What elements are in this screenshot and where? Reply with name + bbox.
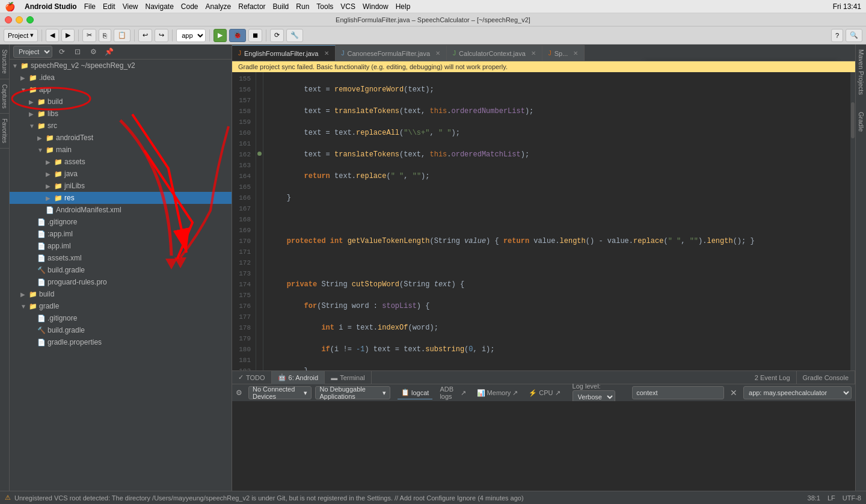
- device-selector[interactable]: No Connected Devices ▾: [248, 386, 312, 399]
- pin-icon[interactable]: 📌: [103, 46, 115, 58]
- log-content[interactable]: [232, 401, 855, 491]
- tree-item-gitignore-root[interactable]: 📄 .gitignore: [10, 312, 232, 324]
- maximize-button[interactable]: [26, 16, 34, 23]
- project-selector-btn[interactable]: Project ▾: [4, 29, 38, 42]
- tab-close-icon2[interactable]: ✕: [435, 50, 440, 57]
- tree-item-gitignore-app[interactable]: 📄 .gitignore: [10, 216, 232, 228]
- menu-vcs[interactable]: VCS: [340, 2, 355, 11]
- debug-button[interactable]: 🐞: [229, 29, 246, 42]
- menu-edit[interactable]: Edit: [103, 2, 115, 11]
- tree-item-res[interactable]: ▶ 📁 res: [10, 192, 232, 204]
- scrollbar-thumb[interactable]: [851, 102, 855, 138]
- code-content[interactable]: text = removeIgnoreWord(text); text = tr…: [263, 72, 850, 370]
- settings-icon-2[interactable]: ⚙: [236, 389, 242, 397]
- sync-btn[interactable]: ⟳: [270, 29, 284, 42]
- tree-item-build-root[interactable]: ▶ 📁 build: [10, 288, 232, 300]
- logcat-tab[interactable]: 📋 logcat: [398, 386, 432, 399]
- clear-filter-icon[interactable]: ✕: [730, 388, 737, 398]
- close-button[interactable]: [5, 16, 12, 23]
- log-icons: ⚙: [236, 389, 242, 397]
- scrollbar-v[interactable]: [850, 72, 855, 370]
- redo-btn[interactable]: ↪: [155, 29, 168, 42]
- tree-item-assets[interactable]: ▶ 📁 assets: [10, 156, 232, 168]
- java-file-icon2: J: [342, 50, 345, 57]
- forward-btn[interactable]: ▶: [61, 29, 75, 42]
- menu-navigate[interactable]: Navigate: [145, 2, 173, 11]
- tab-english-formula[interactable]: J EnglishFormulaFilter.java ✕: [232, 45, 336, 61]
- menu-analyze[interactable]: Analyze: [206, 2, 232, 11]
- tree-item-main[interactable]: ▼ 📁 main: [10, 144, 232, 156]
- tab-close-icon3[interactable]: ✕: [531, 50, 536, 57]
- app-filter-selector[interactable]: app: may.speechcalculator: [743, 386, 852, 399]
- tab-close-icon[interactable]: ✕: [324, 50, 329, 57]
- tree-item-gradle-props[interactable]: 📄 gradle.properties: [10, 336, 232, 348]
- sync-icon[interactable]: ⟳: [56, 46, 68, 58]
- menu-refactor[interactable]: Refactor: [238, 2, 265, 11]
- terminal-icon: ▬: [331, 374, 337, 381]
- tree-item-build-gradle-root[interactable]: 🔨 build.gradle: [10, 324, 232, 336]
- captures-tab[interactable]: Captures: [0, 79, 9, 114]
- minimize-button[interactable]: [16, 16, 23, 23]
- structure-tab[interactable]: Structure: [0, 45, 9, 79]
- tree-item-assets-xml[interactable]: 📄 assets.xml: [10, 252, 232, 264]
- app-selector-bottom[interactable]: No Debuggable Applications ▾: [315, 386, 390, 399]
- tree-item-app-iml-colon[interactable]: 📄 :app.iml: [10, 228, 232, 240]
- back-btn[interactable]: ◀: [46, 29, 59, 42]
- log-filter-input[interactable]: [632, 386, 724, 399]
- tree-item-idea[interactable]: ▶ 📁 .idea: [10, 72, 232, 84]
- menu-view[interactable]: View: [123, 2, 138, 11]
- help-btn[interactable]: ?: [831, 29, 843, 42]
- tree-item-libs[interactable]: ▶ 📁 libs: [10, 108, 232, 120]
- cut-btn[interactable]: ✂: [82, 29, 96, 42]
- titlebar: EnglishFormulaFilter.java – SpeechCalcul…: [0, 13, 866, 26]
- settings-icon[interactable]: ⚙: [87, 46, 99, 58]
- todo-tab[interactable]: ✓ TODO: [232, 371, 272, 384]
- search-btn[interactable]: 🔍: [846, 29, 862, 42]
- adb-logs-tab[interactable]: ADB logs ↗: [436, 386, 469, 399]
- gradle-panel[interactable]: Gradle: [856, 109, 866, 134]
- favorites-tab[interactable]: Favorites: [0, 114, 9, 149]
- tree-item-app-iml[interactable]: 📄 app.iml: [10, 240, 232, 252]
- menu-help[interactable]: Help: [396, 2, 411, 11]
- menu-file[interactable]: File: [84, 2, 96, 11]
- tree-item-app[interactable]: ▼ 📁 app: [10, 84, 232, 96]
- menu-window[interactable]: Window: [363, 2, 388, 11]
- event-log-tab[interactable]: 2 Event Log: [749, 371, 797, 384]
- menu-run[interactable]: Run: [296, 2, 309, 11]
- paste-btn[interactable]: 📋: [114, 29, 131, 42]
- tree-item-androidtest[interactable]: ▶ 📁 androidTest: [10, 132, 232, 144]
- stop-button[interactable]: ◼: [248, 29, 262, 42]
- tree-item-proguard[interactable]: 📄 proguard-rules.pro: [10, 276, 232, 288]
- tree-item-gradle-root[interactable]: ▼ 📁 gradle: [10, 300, 232, 312]
- android-tab[interactable]: 🤖 6: Android: [272, 371, 325, 384]
- tree-item-src[interactable]: ▼ 📁 src: [10, 120, 232, 132]
- chevron-icon-2: ▾: [382, 389, 386, 397]
- maven-projects-panel[interactable]: Maven Projects: [856, 47, 866, 97]
- tree-item-java[interactable]: ▶ 📁 java: [10, 168, 232, 180]
- tree-root[interactable]: ▼ 📁 speechReg_v2 ~/speechReg_v2: [10, 60, 232, 72]
- tab-canto-formula[interactable]: J CanoneseFormulaFilter.java ✕: [336, 45, 447, 61]
- tab-calc-context[interactable]: J CalculatorContext.java ✕: [447, 45, 542, 61]
- code-editor[interactable]: 155 156 157 158 159 160 161 162 163 164 …: [232, 72, 855, 370]
- terminal-tab[interactable]: ▬ Terminal: [325, 371, 372, 384]
- undo-btn[interactable]: ↩: [138, 29, 152, 42]
- copy-btn[interactable]: ⎘: [99, 29, 111, 42]
- menu-build[interactable]: Build: [273, 2, 289, 11]
- collapse-icon[interactable]: ⊡: [72, 46, 84, 58]
- tab-close-icon4[interactable]: ✕: [573, 50, 578, 57]
- apple-menu[interactable]: 🍎: [5, 2, 15, 11]
- view-selector[interactable]: Project: [13, 46, 52, 58]
- app-selector[interactable]: app: [176, 29, 206, 42]
- gradle-console-tab[interactable]: Gradle Console: [797, 371, 855, 384]
- tree-item-androidmanifest[interactable]: 📄 AndroidManifest.xml: [10, 204, 232, 216]
- run-button[interactable]: ▶: [213, 29, 227, 42]
- menu-code[interactable]: Code: [181, 2, 198, 11]
- tree-item-build[interactable]: ▶ 📁 build: [10, 96, 232, 108]
- memory-tab[interactable]: 📊 Memory ↗: [473, 386, 522, 399]
- tree-item-build-gradle[interactable]: 🔨 build.gradle: [10, 264, 232, 276]
- menu-tools[interactable]: Tools: [316, 2, 333, 11]
- gradle-sync-btn[interactable]: 🔧: [286, 29, 303, 42]
- cpu-tab[interactable]: ⚡ CPU ↗: [525, 386, 564, 399]
- tree-item-jnilibs[interactable]: ▶ 📁 jniLibs: [10, 180, 232, 192]
- tab-sp[interactable]: J Sp... ✕: [542, 45, 585, 61]
